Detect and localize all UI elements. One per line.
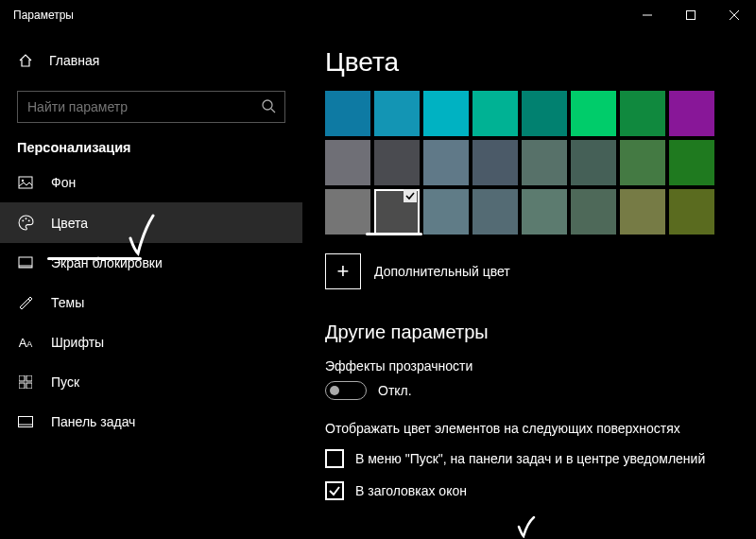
checkbox-label: В меню "Пуск", на панели задач и в центр… [355,451,705,466]
sidebar-item-label: Экран блокировки [51,255,163,270]
svg-rect-1 [687,11,696,20]
sidebar-item-themes[interactable]: Темы [0,283,302,322]
custom-color-label: Дополнительный цвет [374,264,510,279]
svg-point-4 [263,100,272,110]
svg-rect-15 [19,383,25,389]
svg-point-7 [22,180,24,182]
checkbox-unchecked-icon [325,449,344,468]
close-button[interactable] [713,0,756,30]
titlebar: Параметры [0,0,756,30]
color-swatch[interactable] [669,189,714,235]
checkbox-label: В заголовках окон [355,483,467,498]
more-options-heading: Другие параметры [325,322,733,343]
color-swatch[interactable] [472,189,518,235]
transparency-label: Эффекты прозрачности [325,358,733,374]
checkbox-checked-icon [325,481,344,500]
sidebar: Главная Персонализация Фон Цвета Экран б… [0,30,302,539]
color-swatch[interactable] [374,91,420,136]
palette-icon [17,215,34,231]
lockscreen-icon [17,255,34,270]
color-swatch[interactable] [522,140,567,185]
surfaces-label: Отображать цвет элементов на следующих п… [325,421,733,436]
transparency-toggle[interactable] [325,381,367,400]
color-swatch[interactable] [423,91,469,136]
svg-point-10 [27,219,29,221]
color-swatch[interactable] [571,140,616,185]
selected-check-icon [404,189,417,202]
color-swatch[interactable] [423,140,469,185]
picture-icon [17,175,34,190]
page-title: Цвета [325,47,733,78]
themes-icon [17,295,34,310]
sidebar-item-lockscreen[interactable]: Экран блокировки [0,243,302,283]
section-label: Персонализация [0,140,302,163]
sidebar-item-label: Цвета [51,216,88,231]
search-input[interactable] [17,91,285,123]
svg-rect-12 [19,265,32,268]
color-swatch[interactable] [472,140,518,185]
color-swatch[interactable] [571,189,616,235]
minimize-button[interactable] [626,0,669,30]
svg-point-8 [22,219,24,221]
sidebar-item-colors[interactable]: Цвета [0,202,302,243]
sidebar-item-label: Панель задач [51,414,135,429]
color-swatch[interactable] [522,189,567,235]
sidebar-item-label: Пуск [51,374,79,390]
transparency-state: Откл. [378,383,412,398]
sidebar-item-fonts[interactable]: AA Шрифты [0,322,302,362]
svg-point-9 [25,217,26,219]
svg-line-5 [271,109,275,113]
svg-rect-6 [19,177,32,188]
color-swatch[interactable] [620,140,665,185]
maximize-button[interactable] [669,0,713,30]
svg-rect-17 [19,417,33,427]
window-controls [626,0,756,30]
color-swatch[interactable] [620,189,665,235]
color-swatch[interactable] [374,140,420,185]
content: Цвета + Дополнительный цвет Другие парам… [302,30,756,539]
color-swatch[interactable] [669,140,714,185]
svg-rect-13 [19,375,25,381]
color-swatch[interactable] [325,140,370,185]
toggle-knob [330,386,339,395]
home-icon [17,53,34,68]
window-title: Параметры [13,9,74,22]
color-swatch[interactable] [325,189,370,235]
color-swatch[interactable] [472,91,518,136]
color-swatch[interactable] [620,91,665,136]
color-swatch[interactable] [522,91,567,136]
svg-rect-14 [26,375,32,381]
sidebar-item-background[interactable]: Фон [0,163,302,202]
checkbox-titlebars[interactable]: В заголовках окон [325,481,733,500]
color-grid [325,91,733,235]
sidebar-item-label: Шрифты [51,335,104,350]
sidebar-item-label: Темы [51,295,84,310]
sidebar-item-taskbar[interactable]: Панель задач [0,402,302,442]
checkbox-start-taskbar[interactable]: В меню "Пуск", на панели задач и в центр… [325,449,733,468]
fonts-icon: AA [17,336,34,350]
color-swatch[interactable] [571,91,616,136]
color-swatch[interactable] [325,91,370,136]
color-swatch[interactable] [374,189,420,235]
taskbar-icon [17,416,34,427]
svg-rect-16 [26,383,32,389]
color-swatch[interactable] [669,91,714,136]
start-icon [17,375,34,389]
home-link[interactable]: Главная [0,43,302,78]
sidebar-item-label: Фон [51,175,76,190]
search-wrap [17,91,285,123]
color-swatch[interactable] [423,189,469,235]
search-icon [261,98,276,117]
add-custom-color-button[interactable]: + [325,253,361,289]
home-label: Главная [49,53,99,68]
sidebar-item-start[interactable]: Пуск [0,362,302,402]
